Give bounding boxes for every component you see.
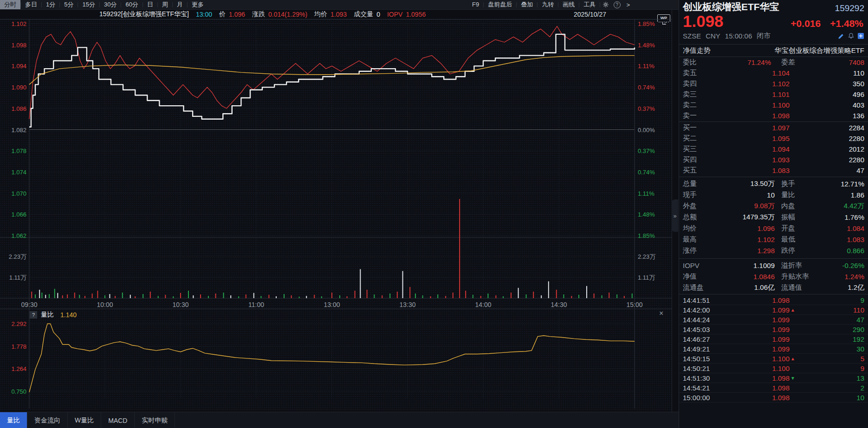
toolbar-tab-7[interactable]: 日 <box>143 0 157 9</box>
bottom-tab-3[interactable]: MACD <box>101 412 135 428</box>
toolbar-tab-4[interactable]: 15分 <box>78 0 99 9</box>
bottom-tab-0[interactable]: 量比 <box>0 412 27 428</box>
toolbar-tab-0[interactable]: 分时 <box>0 0 20 9</box>
toolbar-tool-3[interactable]: 九转 <box>538 0 558 9</box>
pct-axis-label: 1.48% <box>638 211 655 218</box>
last-price: 1.098 <box>683 12 724 31</box>
toolbar-tool-1[interactable]: 盘前盘后 <box>484 0 516 9</box>
order-row-buy-0[interactable]: 买一1.0972284 <box>679 122 868 133</box>
transaction-row-2: 14:44:241.09947 <box>679 315 868 325</box>
transaction-row-1: 14:42:001.099▲110 <box>679 305 868 315</box>
indicator-value: 1.140 <box>60 311 77 319</box>
toolbar-tab-2[interactable]: 1分 <box>42 0 59 9</box>
indicator-axis-label: 1.778 <box>11 343 26 350</box>
toolbar-tab-8[interactable]: 周 <box>158 0 172 9</box>
volume-bar <box>109 294 110 298</box>
toolbar-tool-2[interactable]: 叠加 <box>517 0 537 9</box>
tx-direction-arrow-icon: ▲ <box>790 356 797 361</box>
nav-trend-row[interactable]: 净值走势 华宝创业板综合增强策略ETF <box>679 45 868 57</box>
stat-label: 流通盘 <box>683 283 712 292</box>
toolbar-tab-6[interactable]: 60分 <box>121 0 142 9</box>
buy-label: 买四 <box>683 155 711 164</box>
volume-bar <box>260 296 261 298</box>
toolbar-tool-4[interactable]: 画线 <box>558 0 579 9</box>
order-row-buy-3[interactable]: 买四1.0932280 <box>679 154 868 165</box>
volume-bar <box>291 295 292 298</box>
time-axis-label: 09:30 <box>21 301 37 308</box>
volume-bar <box>115 296 116 298</box>
add-plus-icon[interactable] <box>857 32 864 39</box>
help-icon-glyph: ? <box>614 1 621 8</box>
volume-bar <box>74 293 75 298</box>
avg-value: 1.093 <box>330 11 347 18</box>
volume-bar <box>321 296 322 298</box>
transaction-row-7: 14:50:211.1009 <box>679 364 868 373</box>
volume-bar <box>97 291 98 298</box>
volume-bar <box>331 293 332 298</box>
tx-price: 1.098 <box>729 394 790 402</box>
order-row-sell-4[interactable]: 卖一1.098136 <box>679 110 868 121</box>
toolbar-tab-1[interactable]: 多日 <box>21 0 41 9</box>
collapse-panel-handle[interactable]: » <box>672 199 678 232</box>
sell-label: 卖二 <box>683 101 711 109</box>
stat-label: 净值 <box>683 272 712 281</box>
stat-label: 外盘 <box>683 202 712 211</box>
info-row-1: 净值1.0846升贴水率1.24% <box>679 271 868 282</box>
volume-bar <box>79 295 80 298</box>
order-row-sell-1[interactable]: 卖四1.102350 <box>679 78 868 89</box>
tx-price: 1.098 <box>729 374 790 382</box>
info-row-2: 流通盘1.06亿流通值1.2亿 <box>679 282 868 293</box>
toolbar-tab-5[interactable]: 30分 <box>100 0 121 9</box>
volume-bar <box>453 293 453 298</box>
volume-bar <box>230 295 231 298</box>
volume-bar <box>57 293 58 298</box>
order-row-buy-2[interactable]: 买三1.0942012 <box>679 144 868 154</box>
buy-price: 1.093 <box>711 156 790 164</box>
tx-time: 14:50:15 <box>683 355 729 363</box>
volume-bar <box>215 294 216 298</box>
help-icon[interactable]: ? <box>611 0 622 9</box>
volume-bar <box>437 294 438 298</box>
sell-volume: 496 <box>790 90 864 98</box>
buy-price: 1.097 <box>711 124 790 132</box>
price-axis-label: 1.102 <box>11 20 26 27</box>
bottom-tab-1[interactable]: 资金流向 <box>27 412 68 428</box>
price-axis-label: 1.086 <box>11 105 26 112</box>
volume-bar <box>284 294 285 298</box>
indicator-axis-label: 0.750 <box>11 388 26 395</box>
toolbar-tool-0[interactable]: F9 <box>468 0 483 9</box>
stat-value: 1.86 <box>823 191 864 199</box>
toolbar-tab-10[interactable]: 更多 <box>188 0 208 9</box>
stat-label: 溢折率 <box>781 261 823 270</box>
toolbar-tool-5[interactable]: 工具 <box>579 0 600 9</box>
market-status: 闭市 <box>757 32 771 40</box>
alert-bell-icon[interactable] <box>848 32 855 39</box>
volume-bar <box>238 296 239 298</box>
time-axis-label: 11:00 <box>248 301 264 308</box>
tx-volume: 9 <box>797 364 864 372</box>
order-row-sell-3[interactable]: 卖二1.100403 <box>679 100 868 110</box>
fund-full-name: 华宝创业板综合增强策略ETF <box>775 46 864 55</box>
indicator-close-icon[interactable]: × <box>659 310 663 317</box>
edit-pencil-icon[interactable] <box>838 32 845 39</box>
order-row-buy-4[interactable]: 买五1.08347 <box>679 165 868 176</box>
order-row-sell-2[interactable]: 卖三1.101496 <box>679 89 868 100</box>
indicator-name[interactable]: 量比 <box>41 311 54 319</box>
transaction-list[interactable]: 14:41:511.098914:42:001.099▲11014:44:241… <box>679 295 868 402</box>
transaction-row-0: 14:41:511.0989 <box>679 295 868 305</box>
tx-time: 14:41:51 <box>683 296 729 304</box>
gear-icon[interactable] <box>600 0 611 9</box>
intraday-chart-canvas[interactable]: 1.1021.0981.0941.0901.0861.0821.0781.074… <box>0 19 672 411</box>
tx-time: 15:00:00 <box>683 394 729 402</box>
price-label: 价 <box>219 10 226 19</box>
bottom-tab-2[interactable]: W量比 <box>68 412 101 428</box>
toolbar-tab-3[interactable]: 5分 <box>60 0 78 9</box>
bottom-tab-4[interactable]: 实时申赎 <box>135 412 175 428</box>
transaction-row-4: 14:46:271.099192 <box>679 334 868 344</box>
order-row-buy-1[interactable]: 买二1.0952280 <box>679 133 868 144</box>
volume-bar <box>473 295 473 298</box>
indicator-help-icon[interactable]: ? <box>30 311 37 319</box>
toolbar-expand-chevron-icon[interactable]: > <box>622 0 634 9</box>
toolbar-tab-9[interactable]: 月 <box>173 0 187 9</box>
order-row-sell-0[interactable]: 卖五1.104110 <box>679 68 868 78</box>
